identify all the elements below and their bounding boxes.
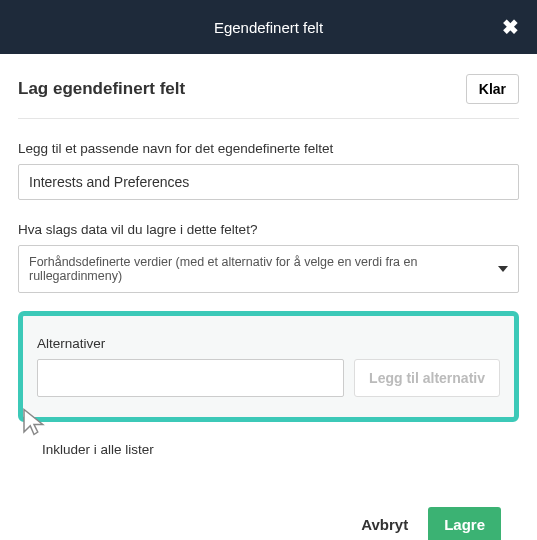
cancel-button[interactable]: Avbryt: [355, 508, 414, 540]
cursor-icon: [19, 407, 49, 437]
type-select[interactable]: Forhåndsdefinerte verdier (med et altern…: [18, 245, 519, 293]
name-input[interactable]: [18, 164, 519, 200]
add-alternative-button[interactable]: Legg til alternativ: [354, 359, 500, 397]
klar-button[interactable]: Klar: [466, 74, 519, 104]
modal-header: Egendefinert felt ✖: [0, 0, 537, 54]
name-field-label: Legg til et passende navn for det egende…: [18, 141, 519, 156]
alternatives-label: Alternativer: [37, 336, 500, 351]
alternatives-row: Legg til alternativ: [37, 359, 500, 397]
modal-title: Egendefinert felt: [214, 19, 323, 36]
alternatives-highlight-box: Alternativer Legg til alternativ: [18, 311, 519, 422]
alternative-input[interactable]: [37, 359, 344, 397]
type-field-block: Hva slags data vil du lagre i dette felt…: [18, 222, 519, 293]
subheader-title: Lag egendefinert felt: [18, 79, 185, 99]
chevron-down-icon: [498, 266, 508, 272]
subheader-row: Lag egendefinert felt Klar: [18, 74, 519, 119]
name-field-block: Legg til et passende navn for det egende…: [18, 141, 519, 200]
save-button[interactable]: Lagre: [428, 507, 501, 540]
type-field-label: Hva slags data vil du lagre i dette felt…: [18, 222, 519, 237]
modal-content: Lag egendefinert felt Klar Legg til et p…: [0, 54, 537, 540]
include-all-label: Inkluder i alle lister: [42, 442, 154, 457]
include-all-row: Inkluder i alle lister: [18, 442, 519, 457]
type-select-value: Forhåndsdefinerte verdier (med et altern…: [29, 255, 498, 283]
close-icon[interactable]: ✖: [502, 15, 519, 39]
modal-footer: Avbryt Lagre: [18, 507, 519, 540]
